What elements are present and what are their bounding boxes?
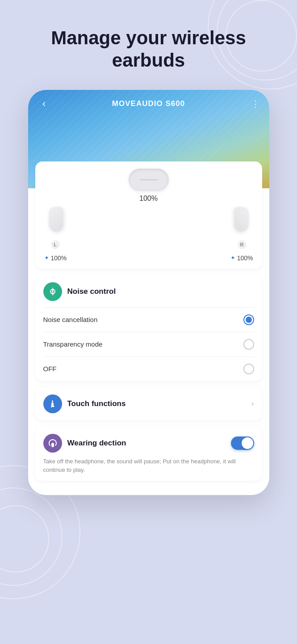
- earbuds-row: L R: [44, 207, 253, 249]
- right-battery-value: 100%: [237, 254, 253, 262]
- touch-functions-title: Touch functions: [67, 399, 126, 408]
- noise-control-card: Noise control Noise cancellation Transpa…: [35, 275, 262, 381]
- left-battery: ✦ 100%: [44, 254, 67, 262]
- phone-mockup: ‹ MOVEAUDIO S600 ⋮ 100% L: [28, 90, 269, 495]
- right-battery: ✦ 100%: [230, 254, 253, 262]
- wearing-detection-content: Wearing dection Take off the headphone, …: [35, 427, 262, 481]
- back-button[interactable]: ‹: [37, 98, 51, 110]
- wearing-detection-section: Wearing dection Take off the headphone, …: [28, 427, 269, 481]
- noise-cancellation-row[interactable]: Noise cancellation: [35, 308, 262, 332]
- touch-functions-icon: [47, 398, 58, 409]
- noise-cancellation-radio[interactable]: [243, 314, 254, 325]
- header-title: MOVEAUDIO S600: [112, 99, 185, 108]
- noise-control-icon-bg: [43, 282, 62, 301]
- left-battery-value: 100%: [51, 254, 67, 262]
- charging-case: [129, 169, 169, 191]
- off-row[interactable]: OFF: [35, 357, 262, 381]
- touch-functions-row[interactable]: Touch functions ›: [35, 387, 262, 420]
- case-battery: 100%: [44, 195, 253, 203]
- off-label: OFF: [43, 365, 57, 373]
- transparency-mode-row[interactable]: Transparency mode: [35, 332, 262, 356]
- noise-cancellation-label: Noise cancellation: [43, 316, 98, 323]
- radio-inner-selected: [246, 317, 252, 323]
- bluetooth-right-icon: ✦: [230, 254, 235, 261]
- touch-functions-section[interactable]: Touch functions ›: [28, 387, 269, 420]
- wearing-detection-description: Take off the headphone, the sound will p…: [43, 457, 254, 475]
- wearing-detection-icon-bg: [43, 434, 62, 453]
- wearing-detection-card: Wearing dection Take off the headphone, …: [35, 427, 262, 481]
- noise-control-header: Noise control: [35, 275, 262, 307]
- left-earbud-body: [49, 207, 63, 232]
- touch-functions-chevron: ›: [251, 399, 254, 408]
- earbuds-card: 100% L R: [35, 161, 262, 269]
- right-earbud-shape: [231, 207, 253, 238]
- wearing-detection-left: Wearing dection: [43, 434, 126, 453]
- page-title: Manage your wireless earbuds: [0, 0, 297, 85]
- touch-functions-icon-bg: [43, 394, 62, 413]
- noise-control-title: Noise control: [67, 287, 116, 296]
- left-earbud-label: L: [51, 240, 60, 249]
- wearing-detection-header: Wearing dection: [43, 434, 254, 453]
- off-radio[interactable]: [243, 364, 254, 374]
- transparency-mode-label: Transparency mode: [43, 340, 103, 348]
- toggle-knob: [242, 437, 253, 449]
- battery-row: ✦ 100% ✦ 100%: [44, 254, 253, 262]
- right-earbud-body: [234, 207, 249, 232]
- right-earbud-label: R: [238, 240, 247, 249]
- bluetooth-left-icon: ✦: [44, 254, 49, 261]
- wearing-detection-title: Wearing dection: [67, 439, 126, 448]
- left-earbud-shape: [44, 207, 67, 238]
- left-earbud: L: [44, 207, 67, 249]
- header-bar: ‹ MOVEAUDIO S600 ⋮: [28, 90, 269, 114]
- noise-control-icon: [47, 286, 58, 297]
- wearing-detection-toggle[interactable]: [231, 436, 254, 450]
- case-detail: [140, 179, 158, 180]
- touch-functions-card[interactable]: Touch functions ›: [35, 387, 262, 420]
- wearing-detection-icon: [47, 438, 58, 449]
- right-earbud: R: [231, 207, 253, 249]
- more-options-button[interactable]: ⋮: [246, 98, 260, 109]
- transparency-mode-radio[interactable]: [243, 339, 254, 350]
- noise-control-section: Noise control Noise cancellation Transpa…: [28, 275, 269, 381]
- case-container: [44, 169, 253, 191]
- svg-point-1: [52, 405, 53, 406]
